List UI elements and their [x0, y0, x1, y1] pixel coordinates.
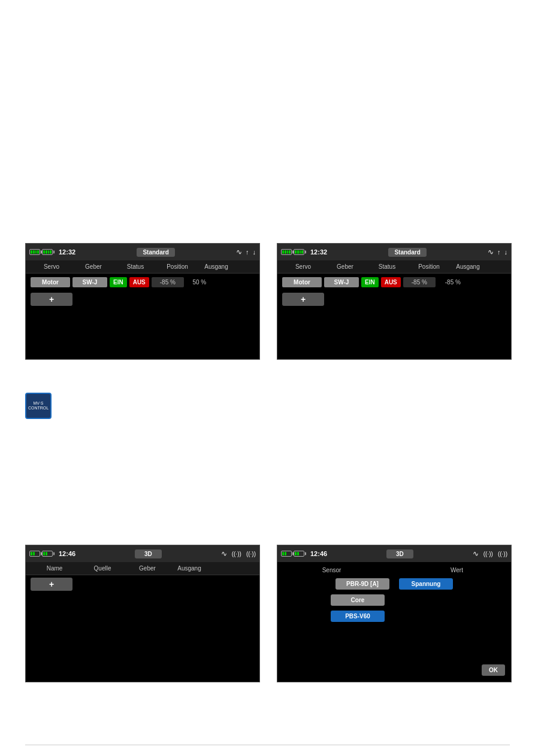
cell-ein-tl[interactable]: EIN — [110, 277, 127, 287]
cell-pos-tl: -85 % — [152, 277, 184, 287]
screen-top-right: 12:32 Standard ∿ ↑ ↓ Servo Geber Status … — [277, 243, 512, 360]
wert-spannung[interactable]: Spannung — [399, 578, 453, 590]
col-headers-tl: Servo Geber Status Position Ausgang — [26, 260, 259, 274]
signal-1-bl: ((·)) — [232, 551, 241, 557]
battery-1-bl — [29, 551, 40, 557]
wifi-icon-br: ∿ — [473, 549, 479, 558]
mode-badge-br: 3D — [386, 549, 413, 558]
time-tr: 12:32 — [310, 248, 327, 256]
battery-2-tl — [42, 249, 53, 255]
mode-badge-tr: Standard — [388, 248, 426, 257]
signal-1-br: ((·)) — [483, 551, 493, 557]
wert-header: Wert — [412, 567, 501, 573]
plus-btn-bl[interactable]: + — [31, 578, 72, 591]
cell-aus-val-tr: -85 % — [438, 279, 468, 286]
ok-button[interactable]: OK — [482, 664, 505, 676]
arrow1-tl: ↑ — [246, 248, 249, 256]
time-tl: 12:32 — [59, 248, 75, 256]
sensor-core[interactable]: Core — [331, 594, 385, 606]
col-geber-tl: Geber — [72, 263, 114, 270]
screen-top-left: 12:32 Standard ∿ ↑ ↓ Servo Geber Status … — [25, 243, 260, 360]
signal-2-br: ((·)) — [498, 551, 507, 557]
col-ausgang-tl: Ausgang — [198, 263, 234, 270]
arrow1-tr: ↑ — [497, 248, 501, 256]
col-position-tr: Position — [408, 263, 450, 270]
data-row-tl: Motor SW-J EIN AUS -85 % 50 % — [26, 274, 259, 290]
col-status-tl: Status — [114, 263, 156, 270]
status-bar-bl: 12:46 3D ∿ ((·)) ((·)) — [26, 545, 259, 562]
col-geber-tr: Geber — [324, 263, 366, 270]
sensor-pbr9d[interactable]: PBR-9D [A] — [335, 578, 389, 590]
status-bar-br: 12:46 3D ∿ ((·)) ((·)) — [277, 545, 511, 562]
battery-1-br — [281, 551, 292, 557]
battery-group-tr — [281, 249, 304, 255]
cell-aus-val-tl: 50 % — [186, 279, 213, 286]
col-servo-tl: Servo — [31, 263, 72, 270]
battery-group-bl — [29, 551, 53, 557]
battery-1-tl — [29, 249, 40, 255]
battery-2-br — [294, 551, 304, 557]
sensor-row-1: PBR-9D [A] Spannung — [283, 578, 505, 590]
cell-servo-tl[interactable]: Motor — [31, 277, 70, 287]
cell-ein-tr[interactable]: EIN — [361, 277, 379, 287]
sensor-header: Sensor — [287, 567, 376, 573]
sensor-list: PBR-9D [A] Spannung Core PBS-V60 — [277, 576, 511, 624]
col-position-tl: Position — [156, 263, 198, 270]
col-ausgang-bl: Ausgang — [168, 565, 210, 572]
data-row-tr: Motor SW-J EIN AUS -85 % -85 % — [277, 274, 511, 290]
col-geber-bl: Geber — [126, 565, 168, 572]
col-ausgang-tr: Ausgang — [450, 263, 486, 270]
time-br: 12:46 — [310, 550, 327, 557]
status-bar-tr: 12:32 Standard ∿ ↑ ↓ — [277, 244, 511, 260]
col-name-bl: Name — [31, 565, 78, 572]
sensor-row-2: Core — [283, 594, 505, 606]
cell-geber-tl[interactable]: SW-J — [72, 277, 107, 287]
sensor-pbsv60[interactable]: PBS-V60 — [331, 611, 385, 622]
cell-aus-tl[interactable]: AUS — [129, 277, 149, 287]
sensor-wert-headers: Sensor Wert — [277, 562, 511, 576]
col-headers-bl: Name Quelle Geber Ausgang — [26, 562, 259, 575]
mode-badge-bl: 3D — [135, 549, 162, 558]
screen-bottom-right: 12:46 3D ∿ ((·)) ((·)) Sensor Wert PBR-9… — [277, 545, 512, 682]
battery-2-bl — [42, 551, 53, 557]
col-servo-tr: Servo — [282, 263, 324, 270]
cell-servo-tr[interactable]: Motor — [282, 277, 322, 287]
battery-2-tr — [294, 249, 304, 255]
battery-group-tl — [29, 249, 53, 255]
status-bar-tl: 12:32 Standard ∿ ↑ ↓ — [26, 244, 259, 260]
col-headers-tr: Servo Geber Status Position Ausgang — [277, 260, 511, 274]
arrow2-tr: ↓ — [504, 248, 508, 256]
arrow2-tl: ↓ — [253, 248, 256, 256]
screen-bottom-left: 12:46 3D ∿ ((·)) ((·)) Name Quelle Geber… — [25, 545, 260, 682]
mode-badge-tl: Standard — [137, 248, 174, 257]
wifi-icon-bl: ∿ — [221, 549, 227, 558]
cell-aus-tr[interactable]: AUS — [381, 277, 401, 287]
battery-1-tr — [281, 249, 292, 255]
col-quelle-bl: Quelle — [78, 565, 126, 572]
logo-icon: MV·S CONTROL — [25, 393, 52, 419]
battery-group-br — [281, 551, 304, 557]
time-bl: 12:46 — [59, 550, 75, 557]
bottom-divider — [25, 745, 510, 745]
cell-pos-tr: -85 % — [403, 277, 436, 287]
plus-btn-tl[interactable]: + — [31, 293, 72, 306]
signal-2-bl: ((·)) — [246, 551, 256, 557]
wifi-icon-tr: ∿ — [488, 248, 494, 256]
col-status-tr: Status — [366, 263, 408, 270]
wifi-icon-tl: ∿ — [236, 248, 242, 256]
cell-geber-tr[interactable]: SW-J — [324, 277, 359, 287]
sensor-row-3: PBS-V60 — [283, 611, 505, 622]
plus-btn-tr[interactable]: + — [282, 293, 324, 306]
logo-text: MV·S CONTROL — [28, 401, 49, 411]
